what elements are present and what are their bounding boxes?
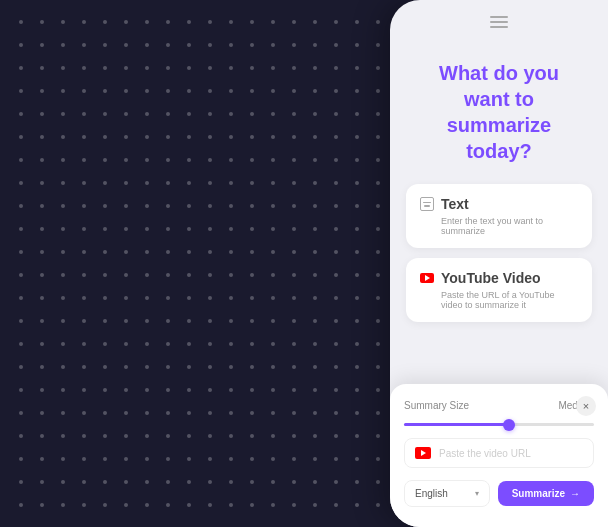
dot [262,56,283,79]
text-card-title: Text [420,196,578,212]
dot [346,471,367,494]
dot [367,56,388,79]
url-input-row[interactable]: Paste the video URL [404,438,594,468]
dot [31,148,52,171]
dot [73,148,94,171]
dot [73,10,94,33]
dot [94,333,115,356]
dot [220,171,241,194]
dot [94,125,115,148]
dot [304,310,325,333]
close-button[interactable]: × [576,396,596,416]
language-select[interactable]: English ▾ [404,480,490,507]
dot [52,448,73,471]
dot [241,494,262,517]
dot [52,425,73,448]
dot [52,263,73,286]
dot [157,125,178,148]
dot [157,287,178,310]
dot [10,102,31,125]
dot [220,148,241,171]
dot [31,310,52,333]
dot [262,125,283,148]
dot [304,10,325,33]
dot [241,448,262,471]
dot [241,171,262,194]
dot [325,310,346,333]
dot [10,10,31,33]
dot [10,56,31,79]
dot [367,425,388,448]
dot [73,425,94,448]
dot [115,240,136,263]
dot [241,217,262,240]
youtube-option-label: YouTube Video [441,270,541,286]
dot [115,10,136,33]
dot [52,56,73,79]
slider-container[interactable] [404,423,594,426]
dot [136,356,157,379]
dot [262,194,283,217]
dot [262,240,283,263]
dot [136,287,157,310]
dot [115,148,136,171]
dot [73,263,94,286]
summarize-button[interactable]: Summarize → [498,481,594,506]
dot [157,148,178,171]
dot [115,263,136,286]
dot [367,217,388,240]
dot [94,310,115,333]
dot [52,217,73,240]
menu-line-3 [490,26,508,28]
dot [10,148,31,171]
youtube-option-desc: Paste the URL of a YouTube video to summ… [420,290,578,310]
youtube-option-card[interactable]: YouTube Video Paste the URL of a YouTube… [406,258,592,322]
dot [94,194,115,217]
dot [115,333,136,356]
dot [157,10,178,33]
dot [304,171,325,194]
dot [115,56,136,79]
dot [178,287,199,310]
dot [31,379,52,402]
dot [262,333,283,356]
dot [241,402,262,425]
dot [10,194,31,217]
dot [220,194,241,217]
dot [73,56,94,79]
menu-icon[interactable] [490,16,508,28]
dot [10,79,31,102]
dot [346,379,367,402]
dot [220,333,241,356]
dot [283,379,304,402]
arrow-icon: → [570,488,580,499]
youtube-card-title: YouTube Video [420,270,578,286]
dot [115,287,136,310]
dot [31,125,52,148]
slider-track [404,423,594,426]
dot [304,425,325,448]
dot [283,310,304,333]
dot [94,448,115,471]
dot [241,33,262,56]
dot [115,217,136,240]
dot [325,79,346,102]
dot [199,125,220,148]
dot [136,240,157,263]
dot [31,448,52,471]
dot [178,79,199,102]
dot [346,333,367,356]
dot [367,402,388,425]
dot [325,425,346,448]
dot [367,310,388,333]
slider-thumb[interactable] [503,419,515,431]
dot [283,171,304,194]
dot [94,425,115,448]
text-option-card[interactable]: Text Enter the text you want to summariz… [406,184,592,248]
dot [304,194,325,217]
bottom-action-row: English ▾ Summarize → [404,480,594,507]
headline-line2: want to [464,88,534,110]
dot [304,471,325,494]
dot [52,194,73,217]
dot [136,425,157,448]
